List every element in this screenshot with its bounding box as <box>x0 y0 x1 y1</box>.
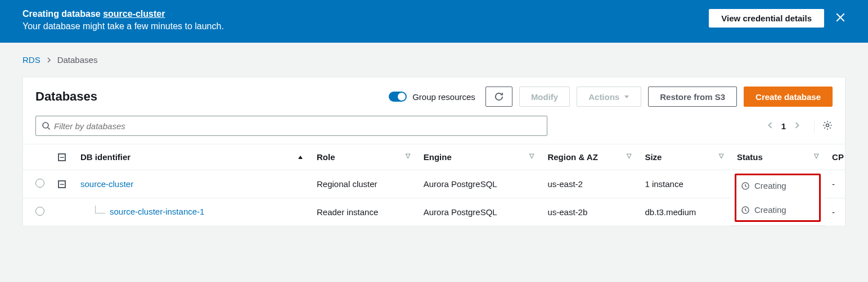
filter-input[interactable] <box>51 118 541 134</box>
tree-line-icon <box>95 206 105 213</box>
breadcrumb-current: Databases <box>57 55 98 65</box>
filter-icon: ▽ <box>627 152 631 160</box>
settings-gear-button[interactable] <box>814 120 833 132</box>
cell-role: Reader instance <box>310 198 417 225</box>
close-icon[interactable] <box>835 11 845 26</box>
db-identifier-link[interactable]: source-cluster <box>80 179 133 189</box>
notification-title-prefix: Creating database <box>23 9 103 19</box>
filter-icon: ▽ <box>814 152 818 160</box>
column-status[interactable]: Status ▽ <box>730 144 825 170</box>
sort-asc-icon <box>298 152 303 162</box>
header-label: Size <box>645 152 662 162</box>
actions-button[interactable]: Actions <box>577 87 641 107</box>
column-region-az[interactable]: Region & AZ ▽ <box>541 144 638 170</box>
filter-icon: ▽ <box>529 152 534 160</box>
notification-bar: Creating database source-cluster Your da… <box>0 0 868 43</box>
header-label: Status <box>737 152 763 162</box>
header-label: DB identifier <box>80 152 131 162</box>
row-select-radio[interactable] <box>35 179 44 188</box>
svg-point-1 <box>826 124 829 126</box>
cell-size: 1 instance <box>638 170 730 198</box>
header-label: CP <box>832 152 844 162</box>
cell-cpu: - <box>825 170 845 198</box>
table-row: − source-cluster Regional cluster Aurora… <box>23 170 845 198</box>
cell-region: us-east-2b <box>541 198 638 225</box>
column-db-identifier[interactable]: DB identifier <box>74 144 310 170</box>
pager-prev[interactable] <box>767 121 773 130</box>
column-cpu[interactable]: CP <box>825 144 845 170</box>
status-highlight-box: Creating Creating <box>735 174 821 222</box>
search-icon <box>42 121 51 130</box>
svg-point-0 <box>43 122 48 128</box>
cell-engine: Aurora PostgreSQL <box>417 198 541 225</box>
pager-page-number: 1 <box>781 121 786 131</box>
restore-from-s3-button[interactable]: Restore from S3 <box>648 87 737 107</box>
cell-cpu: - <box>825 198 845 225</box>
notification-subtitle: Your database might take a few minutes t… <box>23 21 224 31</box>
group-resources-label: Group resources <box>412 92 475 102</box>
table-row: source-cluster-instance-1 Reader instanc… <box>23 198 845 225</box>
breadcrumb-root[interactable]: RDS <box>23 55 41 65</box>
row-select-radio[interactable] <box>35 207 44 216</box>
breadcrumb: RDS Databases <box>0 43 868 77</box>
status-text: Creating <box>754 181 786 190</box>
column-select <box>23 144 51 170</box>
notification-title: Creating database source-cluster <box>23 9 224 19</box>
refresh-button[interactable] <box>485 87 512 107</box>
column-expand[interactable]: − <box>51 144 74 170</box>
actions-label: Actions <box>588 92 619 102</box>
filter-input-wrap[interactable] <box>35 116 547 136</box>
cell-size: db.t3.medium <box>638 198 730 225</box>
filter-icon: ▽ <box>719 152 723 160</box>
column-size[interactable]: Size ▽ <box>638 144 730 170</box>
column-role[interactable]: Role ▽ <box>310 144 417 170</box>
view-credential-details-button[interactable]: View credential details <box>709 9 824 28</box>
caret-down-icon <box>624 94 629 99</box>
databases-panel: Databases Group resources Modify Actions… <box>23 77 845 226</box>
cell-engine: Aurora PostgreSQL <box>417 170 541 198</box>
column-engine[interactable]: Engine ▽ <box>417 144 541 170</box>
cell-region: us-east-2 <box>541 170 638 198</box>
db-identifier-link[interactable]: source-cluster-instance-1 <box>110 207 204 216</box>
clock-icon <box>741 206 750 215</box>
cell-role: Regional cluster <box>310 170 417 198</box>
notification-db-link[interactable]: source-cluster <box>103 9 165 19</box>
header-label: Engine <box>424 152 452 162</box>
status-text: Creating <box>754 205 786 215</box>
chevron-right-icon <box>46 55 52 65</box>
header-label: Region & AZ <box>547 152 597 162</box>
header-label: Role <box>317 152 335 162</box>
page-title: Databases <box>35 89 97 104</box>
filter-icon: ▽ <box>406 152 410 160</box>
create-database-button[interactable]: Create database <box>744 87 833 107</box>
collapse-row-icon[interactable]: − <box>58 180 66 188</box>
databases-table: − DB identifier Role ▽ Engine ▽ Region &… <box>23 144 845 226</box>
collapse-all-icon[interactable]: − <box>58 153 66 161</box>
group-resources-toggle[interactable] <box>389 92 407 102</box>
pager-next[interactable] <box>794 121 800 130</box>
modify-button[interactable]: Modify <box>519 87 570 107</box>
clock-icon <box>741 181 750 190</box>
